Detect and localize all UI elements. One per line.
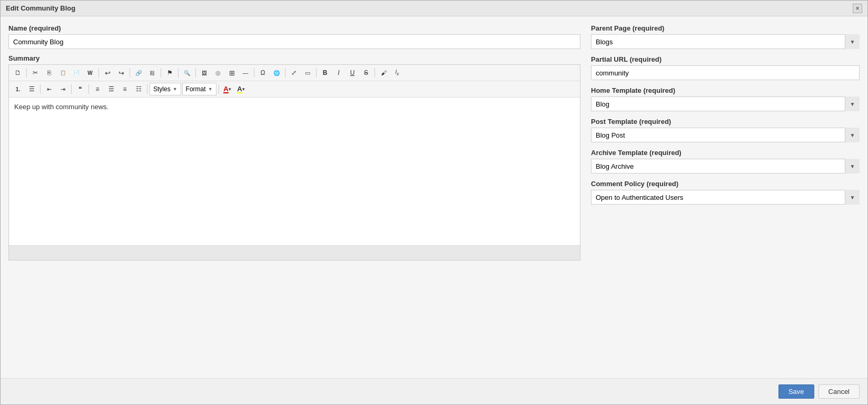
- anchor-button[interactable]: ⚑: [163, 66, 176, 79]
- underline-button[interactable]: U: [346, 66, 359, 79]
- highlight-button[interactable]: A ▾: [235, 83, 248, 95]
- undo-button[interactable]: ↩: [101, 66, 114, 79]
- toolbar-row-1: 🗋 ✂ ⎘ 📋 📄 W ↩ ↪ 🔗 ⛓ ⚑: [9, 65, 580, 81]
- dialog-close-button[interactable]: ×: [853, 4, 862, 13]
- left-panel: Name (required) Summary 🗋 ✂ ⎘ 📋 📄 W: [8, 24, 580, 370]
- parent-page-select[interactable]: Blogs: [591, 34, 860, 49]
- post-template-select[interactable]: Blog Post: [591, 128, 860, 142]
- redo-button[interactable]: ↪: [115, 66, 127, 79]
- maximize-button[interactable]: ⤢: [288, 66, 300, 79]
- unordered-list-icon: ☰: [29, 85, 35, 93]
- show-blocks-button[interactable]: ▭: [301, 66, 314, 79]
- format-dropdown-arrow: ▼: [208, 86, 213, 92]
- styles-dropdown-arrow: ▼: [173, 86, 177, 92]
- archive-template-select[interactable]: Blog Archive: [591, 159, 860, 173]
- post-template-select-wrapper: Blog Post ▼: [591, 128, 860, 142]
- copy-button[interactable]: ⎘: [43, 66, 55, 79]
- copy-format-button[interactable]: 🖌: [377, 66, 390, 79]
- redo-icon: ↪: [119, 69, 124, 77]
- parent-page-label: Parent Page (required): [591, 24, 860, 32]
- align-justify-button[interactable]: ☷: [132, 83, 145, 95]
- paste-word-button[interactable]: W: [84, 66, 96, 79]
- edit-community-blog-dialog: Edit Community Blog × Name (required) Su…: [0, 0, 868, 405]
- format-dropdown-label: Format: [186, 85, 206, 93]
- link-icon: 🔗: [135, 70, 142, 76]
- unlink-icon: ⛓: [150, 70, 155, 76]
- toolbar-sep-5: [178, 68, 179, 78]
- toolbar-sep-12: [71, 84, 72, 94]
- format-dropdown[interactable]: Format ▼: [182, 83, 216, 95]
- home-template-label: Home Template (required): [591, 86, 860, 94]
- editor-statusbar: [9, 245, 580, 260]
- editor-content-area[interactable]: Keep up with community news.: [9, 98, 580, 245]
- flash-button[interactable]: ◎: [212, 66, 224, 79]
- toolbar-sep-4: [161, 68, 161, 78]
- find-button[interactable]: 🔍: [181, 66, 193, 79]
- partial-url-input[interactable]: [591, 65, 860, 80]
- strikethrough-button[interactable]: S: [360, 66, 372, 79]
- new-doc-icon: 🗋: [15, 69, 21, 76]
- align-right-icon: ≡: [123, 85, 126, 93]
- link-button[interactable]: 🔗: [132, 66, 145, 79]
- outdent-button[interactable]: ⇤: [43, 83, 55, 95]
- special-char-button[interactable]: Ω: [257, 66, 269, 79]
- underline-icon: U: [350, 69, 355, 76]
- font-color-icon: A: [223, 85, 228, 93]
- name-field-group: Name (required): [8, 24, 580, 49]
- unlink-button[interactable]: ⛓: [146, 66, 159, 79]
- ordered-list-button[interactable]: 1.: [12, 83, 24, 95]
- font-color-button[interactable]: A ▾: [221, 83, 234, 95]
- toolbar-row-2: 1. ☰ ⇤ ⇥ ❝ ≡ ☰ ≡ ☷ Styles: [9, 81, 580, 98]
- hrule-button[interactable]: —: [239, 66, 252, 79]
- styles-dropdown-label: Styles: [153, 85, 171, 93]
- dialog-body: Name (required) Summary 🗋 ✂ ⎘ 📋 📄 W: [1, 16, 867, 378]
- blockquote-button[interactable]: ❝: [74, 83, 86, 95]
- archive-template-select-wrapper: Blog Archive ▼: [591, 159, 860, 173]
- styles-dropdown[interactable]: Styles ▼: [150, 83, 181, 95]
- name-input[interactable]: [8, 34, 580, 49]
- paste-button[interactable]: 📋: [56, 66, 69, 79]
- save-button[interactable]: Save: [778, 384, 814, 399]
- show-blocks-icon: ▭: [305, 70, 310, 76]
- image-button[interactable]: 🖼: [198, 66, 211, 79]
- home-template-select[interactable]: Blog: [591, 97, 860, 111]
- maximize-icon: ⤢: [291, 69, 297, 76]
- cancel-button[interactable]: Cancel: [818, 384, 860, 399]
- toolbar-sep-14: [147, 84, 147, 94]
- iframe-icon: 🌐: [273, 70, 280, 76]
- italic-button[interactable]: I: [332, 66, 345, 79]
- dialog-footer: Save Cancel: [1, 378, 867, 404]
- blockquote-icon: ❝: [78, 85, 82, 93]
- align-left-button[interactable]: ≡: [91, 83, 104, 95]
- iframe-button[interactable]: 🌐: [270, 66, 283, 79]
- name-label: Name (required): [8, 24, 580, 32]
- toolbar-sep-1: [26, 68, 27, 78]
- home-template-field-group: Home Template (required) Blog ▼: [591, 86, 860, 111]
- post-template-field-group: Post Template (required) Blog Post ▼: [591, 118, 860, 142]
- new-doc-button[interactable]: 🗋: [12, 66, 24, 79]
- parent-page-field-group: Parent Page (required) Blogs ▼: [591, 24, 860, 49]
- right-panel: Parent Page (required) Blogs ▼ Partial U…: [591, 24, 860, 370]
- indent-button[interactable]: ⇥: [56, 83, 69, 95]
- dialog-titlebar: Edit Community Blog ×: [1, 1, 867, 16]
- partial-url-field-group: Partial URL (required): [591, 55, 860, 80]
- paste-icon: 📋: [60, 70, 66, 75]
- align-right-button[interactable]: ≡: [119, 83, 131, 95]
- toolbar-sep-2: [98, 68, 99, 78]
- ordered-list-icon: 1.: [16, 86, 20, 92]
- comment-policy-select[interactable]: Open to Authenticated Users: [591, 190, 860, 205]
- unordered-list-button[interactable]: ☰: [25, 83, 38, 95]
- bold-icon: B: [323, 69, 328, 76]
- paste-text-button[interactable]: 📄: [70, 66, 83, 79]
- remove-format-button[interactable]: Ix: [391, 66, 403, 79]
- comment-policy-label: Comment Policy (required): [591, 180, 860, 188]
- cut-button[interactable]: ✂: [29, 66, 42, 79]
- editor-text: Keep up with community news.: [14, 103, 108, 111]
- table-button[interactable]: ⊞: [225, 66, 238, 79]
- comment-policy-select-wrapper: Open to Authenticated Users ▼: [591, 190, 860, 205]
- toolbar-sep-9: [316, 68, 317, 78]
- align-justify-icon: ☷: [136, 85, 142, 93]
- highlight-arrow: ▾: [242, 86, 245, 92]
- align-center-button[interactable]: ☰: [105, 83, 117, 95]
- bold-button[interactable]: B: [319, 66, 331, 79]
